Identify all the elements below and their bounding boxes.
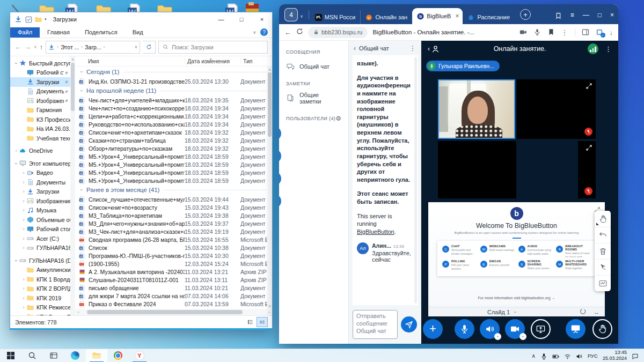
side-panel-icon[interactable] bbox=[582, 28, 589, 36]
browser-tab[interactable]: Расписание bbox=[463, 10, 515, 24]
search-input[interactable]: Поиск: Загрузки bbox=[158, 41, 268, 54]
tree-expander-icon[interactable]: › bbox=[20, 226, 27, 232]
webcam[interactable] bbox=[438, 141, 516, 198]
user-list-item[interactable] bbox=[279, 145, 348, 167]
tree-expander-icon[interactable]: › bbox=[13, 60, 19, 67]
message-input[interactable]: Отправить сообщение Общий чат bbox=[353, 310, 398, 339]
chat-options-icon[interactable]: ⋮ bbox=[409, 45, 416, 52]
tray-mic-icon[interactable] bbox=[540, 352, 547, 359]
explorer-sidebar-item[interactable]: ›Acer (C:) bbox=[10, 234, 70, 243]
explorer-sidebar-item[interactable]: ›OneDrive bbox=[10, 146, 70, 156]
file-row[interactable]: WЧек+лист+по+созданию+психокоррек...18.0… bbox=[75, 104, 272, 112]
file-row[interactable]: WСписок_лучшие+отечественные+муль...15.0… bbox=[75, 195, 272, 203]
breadcrumb-item[interactable]: Этот ... bbox=[61, 44, 79, 50]
desktop-icon-word[interactable]: W bbox=[64, 2, 80, 12]
options-menu-icon[interactable]: ⋮ bbox=[605, 45, 612, 53]
tree-expander-icon[interactable]: › bbox=[20, 198, 27, 204]
explorer-sidebar-item[interactable]: ›Этот компьютер bbox=[10, 159, 70, 168]
file-row[interactable]: WЦели+и+работа+с+коррекционными...18.03.… bbox=[75, 112, 272, 120]
browser-tab[interactable]: bBigBlueB× bbox=[412, 8, 463, 24]
toggle-userlist-button[interactable]: ‹ bbox=[428, 45, 440, 54]
ribbon-tab-3[interactable]: Поделиться bbox=[77, 27, 125, 38]
taskbar-chrome-button[interactable] bbox=[107, 349, 129, 362]
file-row[interactable]: WСписок+книг+по+архетипам+сказок18.03.20… bbox=[75, 128, 272, 136]
public-chat-item[interactable]: Общий чат bbox=[279, 58, 348, 75]
browser-close-button[interactable]: × bbox=[610, 11, 614, 19]
clock[interactable]: 13:45 25.03.2024 bbox=[603, 350, 627, 361]
explorer-sidebar-item[interactable]: ›Документы bbox=[10, 178, 70, 187]
properties-check-icon[interactable] bbox=[25, 16, 32, 23]
desktop-icon-word[interactable]: W bbox=[127, 2, 143, 12]
tab-close-icon[interactable]: × bbox=[455, 12, 459, 20]
file-row[interactable]: WИнд.Кн. ОЗПМО-31-21 производственн...25… bbox=[75, 77, 272, 85]
webcam-active-speaker[interactable] bbox=[438, 79, 515, 139]
up-button[interactable]: ↑ bbox=[40, 43, 43, 51]
column-name[interactable]: Имя bbox=[75, 58, 185, 64]
help-button[interactable]: ? bbox=[260, 28, 268, 36]
fullscreen-icon[interactable] bbox=[586, 144, 592, 151]
file-row[interactable]: PDFПриказ о Фестивале 202407.03.2024 13:… bbox=[75, 300, 272, 308]
bookmarks-icon[interactable] bbox=[555, 12, 562, 19]
taskbar-search-button[interactable] bbox=[21, 349, 43, 362]
notification-center-icon[interactable] bbox=[632, 352, 639, 359]
file-row[interactable]: WСписок+книг+по+возрасту15.03.2024 19:43… bbox=[75, 203, 272, 211]
slide-label[interactable]: Слайд 1 bbox=[487, 309, 510, 315]
file-row[interactable]: WМ3_Чек-лист+для+анализа+сказок+и...15.0… bbox=[75, 227, 272, 235]
file-row[interactable]: PDF(1900-1955)12.03.2024 15:24Microsoft … bbox=[75, 260, 272, 268]
browser-tab[interactable]: MSN Росси bbox=[310, 10, 361, 24]
battery-icon[interactable] bbox=[552, 352, 559, 359]
talking-indicator[interactable]: Гульнара Раильевн... bbox=[426, 61, 500, 71]
user-list-item[interactable] bbox=[279, 190, 348, 212]
fullscreen-icon[interactable] bbox=[586, 82, 592, 89]
volume-icon[interactable] bbox=[576, 352, 583, 359]
bigbluebutton-link[interactable]: BigBlueButton bbox=[357, 228, 394, 235]
webcam[interactable] bbox=[517, 79, 596, 139]
tree-expander-icon[interactable]: › bbox=[20, 286, 27, 291]
file-row[interactable]: WМ5.+Урок+4_Универсальный+промпт...18.03… bbox=[75, 176, 272, 184]
tree-expander-icon[interactable]: › bbox=[20, 236, 27, 241]
desktop-icon-folder[interactable] bbox=[96, 2, 112, 12]
browser-menu-icon[interactable]: ≡ bbox=[570, 11, 574, 19]
explorer-sidebar-item[interactable]: ›Музыка bbox=[10, 206, 70, 216]
camera-permission-icon[interactable] bbox=[519, 28, 527, 36]
screenshare-button[interactable] bbox=[531, 319, 551, 339]
desktop-icon-folder[interactable] bbox=[39, 2, 55, 12]
explorer-sidebar-item[interactable]: ›Видео bbox=[10, 168, 70, 178]
mic-permission-icon[interactable] bbox=[533, 28, 541, 36]
page-menu-icon[interactable]: ⋮ bbox=[561, 28, 568, 36]
explorer-sidebar-item[interactable]: ›Быстрый доступ bbox=[10, 58, 70, 68]
task-view-button[interactable] bbox=[43, 349, 64, 362]
explorer-sidebar-item[interactable]: Изображени bbox=[10, 96, 70, 106]
horizontal-scrollbar[interactable]: ‹› bbox=[75, 309, 272, 315]
tree-expander-icon[interactable]: › bbox=[13, 160, 19, 167]
tree-expander-icon[interactable]: › bbox=[20, 245, 27, 250]
browser-minimize-button[interactable]: — bbox=[583, 11, 589, 19]
pan-tool-button[interactable] bbox=[595, 211, 611, 227]
desktop-icon-word[interactable]: W bbox=[224, 2, 240, 12]
browser-maximize-button[interactable]: □ bbox=[598, 11, 602, 19]
explorer-sidebar-item[interactable]: Учебная технол bbox=[10, 134, 70, 143]
explorer-sidebar-item[interactable]: Загрузки bbox=[10, 77, 70, 87]
start-button[interactable] bbox=[0, 349, 21, 362]
explorer-sidebar-item[interactable]: ›КПК 2 ВОРЛДСК bbox=[10, 284, 70, 294]
webcam-options-chevron-icon[interactable]: › bbox=[519, 333, 526, 340]
taskbar-explorer-button[interactable] bbox=[86, 349, 107, 362]
explorer-sidebar-item[interactable]: На ИА 26.03.202 bbox=[10, 124, 70, 134]
file-group-header[interactable]: ›Сегодня (1) bbox=[75, 67, 272, 77]
close-button[interactable]: × bbox=[252, 12, 272, 26]
vertical-scrollbar[interactable]: ∧∨ bbox=[267, 67, 272, 309]
explorer-sidebar-item[interactable]: ›КПК Режиссер - bbox=[10, 303, 70, 313]
browser-refresh-icon[interactable] bbox=[296, 28, 303, 36]
tree-expander-icon[interactable]: › bbox=[20, 180, 27, 185]
tab-group-chevron-icon[interactable]: ∨ bbox=[300, 14, 303, 19]
file-row[interactable]: WМ3_Для+чего+нужны+знания+об+арх...15.03… bbox=[75, 219, 272, 227]
desktop-icon-rar[interactable] bbox=[244, 2, 260, 12]
ribbon-tab-4[interactable]: Вид bbox=[125, 27, 151, 38]
file-row[interactable]: WРуководство+по+использованию+ска...18.0… bbox=[75, 120, 272, 128]
gear-icon[interactable]: ⚙ bbox=[335, 115, 341, 122]
user-list-item[interactable] bbox=[279, 122, 348, 145]
address-dropdown-icon[interactable]: ∨ bbox=[135, 45, 138, 49]
maximize-button[interactable]: □ bbox=[231, 12, 252, 26]
explorer-sidebar-item[interactable]: ›Загрузки bbox=[10, 187, 70, 197]
webcam[interactable] bbox=[578, 141, 596, 198]
